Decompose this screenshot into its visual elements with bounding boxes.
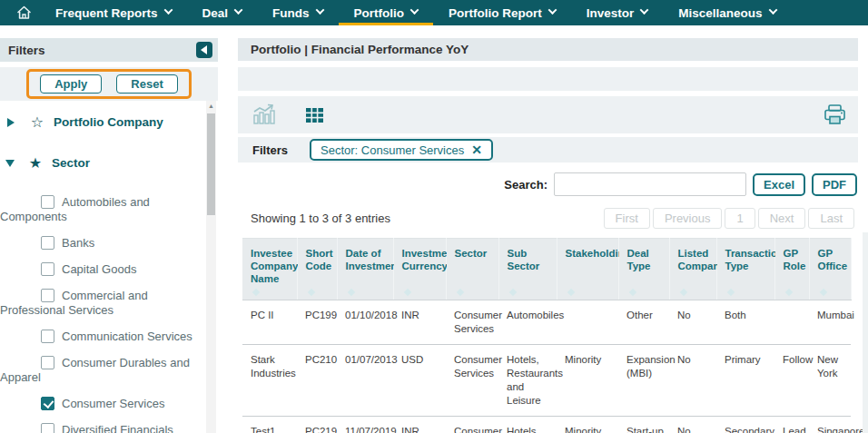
star-filled-icon[interactable]: ★ — [27, 154, 44, 172]
sector-option-consumer-durables-and-apparel[interactable]: Consumer Durables and Apparel — [0, 356, 194, 385]
pagination-previous[interactable]: Previous — [653, 208, 723, 229]
scrollbar-thumb[interactable] — [207, 113, 215, 215]
sort-icon[interactable] — [252, 289, 260, 296]
sort-icon[interactable] — [784, 289, 792, 296]
checkbox-icon[interactable] — [41, 330, 54, 343]
pagination-last[interactable]: Last — [808, 208, 854, 229]
export-excel-button[interactable]: Excel — [753, 173, 805, 196]
caret-down-icon[interactable] — [5, 160, 15, 167]
sector-option-capital-goods[interactable]: Capital Goods — [0, 262, 194, 277]
table-cell: 01/07/2013 — [337, 345, 393, 417]
column-header-listed-company[interactable]: Listed Company — [669, 239, 716, 300]
checkbox-icon[interactable] — [41, 262, 54, 276]
sort-icon[interactable] — [347, 289, 354, 296]
scroll-up-icon[interactable]: ▲ — [206, 101, 216, 112]
checkbox-icon[interactable] — [41, 195, 54, 209]
collapse-sidebar-button[interactable] — [196, 42, 212, 58]
column-header-investment-currency[interactable]: Investment Currency — [393, 239, 446, 300]
column-header-label: Sub Sector — [508, 248, 540, 271]
sort-icon[interactable] — [567, 289, 574, 296]
sort-icon[interactable] — [456, 289, 463, 296]
sort-icon[interactable] — [726, 289, 734, 296]
remove-filter-icon[interactable]: ✕ — [471, 143, 482, 157]
printer-icon — [823, 103, 847, 126]
sort-icon[interactable] — [819, 289, 826, 296]
checkbox-icon[interactable] — [41, 356, 54, 369]
checkbox-icon[interactable] — [41, 289, 54, 302]
chart-view-button[interactable] — [252, 103, 278, 126]
table-view-button[interactable] — [305, 107, 324, 123]
pagination-first[interactable]: First — [604, 208, 650, 229]
column-header-gp-role[interactable]: GP Role — [774, 239, 809, 300]
filter-chip-label: Sector: Consumer Services — [321, 143, 464, 157]
sort-icon[interactable] — [403, 289, 410, 296]
checkbox-checked-icon[interactable] — [41, 397, 54, 410]
checkbox-icon[interactable] — [41, 423, 54, 433]
table-row: PC IIPC19901/10/2018INRConsumer Services… — [242, 300, 851, 345]
table-cell: PC210 — [297, 345, 337, 417]
pagination-1[interactable]: 1 — [725, 208, 755, 229]
column-header-deal-type[interactable]: Deal Type — [618, 239, 669, 300]
search-input[interactable] — [554, 172, 746, 196]
checkbox-icon[interactable] — [41, 236, 54, 250]
column-header-transaction-type[interactable]: Transaction Type — [716, 239, 774, 300]
sort-icon[interactable] — [508, 289, 516, 296]
main-content: Portfolio | Financial Performance YoY — [238, 38, 858, 433]
column-header-sector[interactable]: Sector — [446, 239, 498, 300]
nav-item-deal[interactable]: Deal — [187, 0, 258, 25]
nav-item-investor[interactable]: Investor — [571, 0, 664, 25]
top-navbar: Frequent ReportsDealFundsPortfolioPortfo… — [0, 0, 868, 25]
home-icon[interactable] — [7, 0, 40, 25]
nav-item-label: Portfolio — [354, 6, 405, 20]
table-cell: Follow — [774, 345, 809, 417]
column-header-stakeholding[interactable]: Stakeholding — [557, 239, 618, 300]
sector-option-label: Consumer Durables and Apparel — [0, 356, 190, 384]
filter-chip-sector[interactable]: Sector: Consumer Services ✕ — [310, 139, 493, 161]
sort-icon[interactable] — [628, 289, 636, 296]
sidebar-scrollbar[interactable]: ▲ ▼ — [206, 101, 216, 433]
app-root: Frequent ReportsDealFundsPortfolioPortfo… — [0, 0, 868, 433]
sector-options-list: Automobiles and ComponentsBanksCapital G… — [0, 195, 218, 433]
nav-item-funds[interactable]: Funds — [257, 0, 339, 25]
table-header: Investee Company NameShort CodeDate of I… — [242, 239, 851, 300]
column-header-sub-sector[interactable]: Sub Sector — [498, 239, 557, 300]
sector-option-banks[interactable]: Banks — [0, 236, 194, 251]
table-body: PC IIPC19901/10/2018INRConsumer Services… — [242, 300, 851, 433]
column-header-investee-company-name[interactable]: Investee Company Name — [242, 239, 297, 300]
sector-option-diversified-financials[interactable]: Diversified Financials — [0, 423, 194, 433]
column-header-date-of-investment[interactable]: Date of Investment — [337, 239, 393, 300]
star-outline-icon[interactable]: ☆ — [29, 113, 45, 131]
column-header-gp-office[interactable]: GP Office — [809, 239, 851, 300]
sort-icon[interactable] — [307, 289, 314, 296]
applied-filters-bar: Filters Sector: Consumer Services ✕ — [238, 137, 858, 162]
table-row: Stark IndustriesPC21001/07/2013USDConsum… — [242, 345, 851, 417]
page-title: Portfolio | Financial Performance YoY — [238, 38, 858, 61]
filter-group-portfolio-company[interactable]: ☆ Portfolio Company — [7, 113, 218, 131]
table-cell: Both — [716, 300, 774, 345]
table-cell: No — [669, 300, 716, 345]
nav-item-frequent-reports[interactable]: Frequent Reports — [40, 0, 187, 25]
table-row: Test1PC21911/07/2019INRConsumer Services… — [242, 417, 851, 433]
column-header-label: Short Code — [306, 248, 333, 271]
nav-item-portfolio[interactable]: Portfolio — [339, 0, 434, 25]
sector-option-communication-services[interactable]: Communication Services — [0, 330, 194, 344]
sector-option-consumer-services[interactable]: Consumer Services — [0, 397, 194, 411]
export-pdf-button[interactable]: PDF — [812, 173, 857, 196]
column-header-short-code[interactable]: Short Code — [297, 239, 337, 300]
nav-item-portfolio-report[interactable]: Portfolio Report — [433, 0, 571, 25]
table-cell: 11/07/2019 — [337, 417, 393, 433]
print-button[interactable] — [823, 103, 847, 126]
filter-group-sector[interactable]: ★ Sector — [7, 154, 218, 172]
reset-button[interactable]: Reset — [116, 74, 177, 93]
caret-right-icon[interactable] — [7, 118, 15, 127]
sector-option-automobiles-and-components[interactable]: Automobiles and Components — [0, 195, 194, 224]
sector-option-label: Communication Services — [62, 330, 192, 343]
nav-item-miscellaneous[interactable]: Miscellaneous — [663, 0, 791, 25]
sort-icon[interactable] — [679, 289, 686, 296]
apply-button[interactable]: Apply — [40, 74, 102, 93]
sector-option-commercial-and-professional-services[interactable]: Commercial and Professional Services — [0, 289, 194, 318]
sidebar-title: Filters — [8, 44, 45, 57]
apply-reset-highlight: Apply Reset — [26, 69, 192, 99]
pagination-next[interactable]: Next — [758, 208, 806, 229]
main-scrollbar-track[interactable] — [863, 232, 868, 433]
